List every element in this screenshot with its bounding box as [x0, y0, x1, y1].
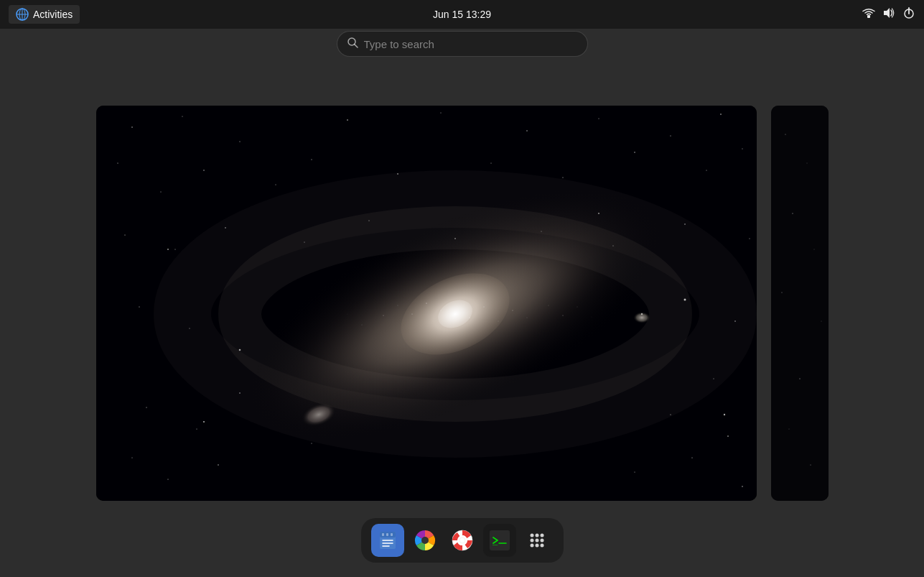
- svg-point-120: [535, 539, 538, 543]
- svg-point-78: [526, 317, 527, 318]
- svg-point-28: [562, 177, 563, 177]
- svg-rect-103: [382, 533, 384, 536]
- svg-point-85: [591, 316, 592, 317]
- svg-point-24: [275, 184, 276, 185]
- network-icon[interactable]: [862, 6, 875, 22]
- svg-marker-5: [884, 8, 890, 18]
- svg-point-29: [634, 152, 635, 152]
- terminal-icon: _: [488, 529, 511, 552]
- svg-point-91: [792, 213, 793, 213]
- svg-point-116: [530, 534, 533, 537]
- svg-point-122: [530, 544, 533, 548]
- svg-point-74: [469, 317, 470, 318]
- svg-point-13: [239, 141, 240, 142]
- svg-point-55: [691, 457, 692, 458]
- svg-point-18: [670, 135, 671, 136]
- svg-point-87: [347, 313, 347, 314]
- svg-point-83: [562, 315, 563, 315]
- svg-point-76: [498, 320, 498, 321]
- svg-point-118: [540, 534, 543, 537]
- svg-point-45: [146, 407, 146, 407]
- dock-item-color-picker[interactable]: [409, 524, 442, 557]
- svg-point-11: [131, 126, 132, 127]
- svg-point-71: [633, 312, 650, 323]
- svg-point-123: [535, 544, 538, 548]
- svg-point-17: [598, 118, 599, 119]
- activities-label: Activities: [33, 9, 73, 20]
- volume-icon[interactable]: [882, 6, 895, 22]
- svg-point-89: [785, 134, 785, 134]
- svg-point-53: [218, 464, 218, 465]
- svg-point-31: [124, 234, 125, 235]
- galaxy-image: [96, 106, 757, 501]
- activities-button[interactable]: Activities: [9, 5, 80, 24]
- svg-point-81: [383, 315, 383, 315]
- svg-point-22: [160, 191, 161, 192]
- svg-point-56: [742, 486, 742, 486]
- svg-point-23: [203, 170, 204, 170]
- svg-point-52: [167, 479, 168, 479]
- svg-point-54: [634, 471, 635, 472]
- svg-point-30: [706, 170, 706, 170]
- svg-point-90: [806, 162, 807, 163]
- svg-point-96: [788, 428, 789, 429]
- svg-point-111: [459, 537, 465, 543]
- svg-point-119: [530, 539, 533, 543]
- svg-point-107: [421, 537, 429, 544]
- right-workspace-window[interactable]: [771, 106, 829, 501]
- svg-point-32: [174, 249, 175, 249]
- main-workspace-window[interactable]: [96, 106, 757, 501]
- help-icon: [451, 529, 474, 552]
- svg-point-15: [440, 112, 441, 113]
- svg-point-117: [535, 534, 538, 537]
- svg-point-82: [548, 305, 549, 305]
- power-icon[interactable]: [902, 6, 915, 22]
- svg-point-41: [139, 306, 139, 307]
- workspace: [0, 29, 924, 577]
- svg-point-84: [577, 306, 577, 307]
- svg-point-40: [749, 238, 750, 239]
- globe-icon: [16, 8, 29, 21]
- dock-item-help[interactable]: [446, 524, 479, 557]
- svg-point-92: [813, 249, 814, 249]
- color-picker-icon: [414, 529, 437, 552]
- svg-point-61: [723, 413, 724, 415]
- svg-point-16: [526, 130, 527, 131]
- svg-point-73: [440, 310, 441, 310]
- svg-point-124: [540, 544, 543, 548]
- svg-point-19: [720, 114, 722, 115]
- svg-point-79: [411, 313, 412, 314]
- topbar: Activities Jun 15 13:29: [0, 0, 924, 29]
- svg-point-94: [821, 320, 821, 321]
- svg-rect-88: [771, 106, 829, 501]
- svg-point-75: [483, 306, 484, 307]
- datetime: Jun 15 13:29: [433, 9, 491, 20]
- dock-item-notes[interactable]: [371, 524, 404, 557]
- svg-point-14: [347, 119, 348, 121]
- dock: _: [361, 518, 564, 563]
- svg-point-95: [799, 378, 800, 379]
- system-icons-group: [862, 6, 915, 22]
- svg-point-86: [361, 324, 362, 325]
- svg-point-46: [196, 428, 197, 429]
- svg-point-48: [311, 443, 312, 443]
- svg-point-12: [182, 116, 182, 116]
- svg-point-97: [810, 464, 811, 465]
- dock-item-terminal[interactable]: _: [483, 524, 516, 557]
- notes-icon: [378, 530, 398, 550]
- svg-point-93: [781, 292, 782, 292]
- svg-rect-105: [391, 533, 393, 536]
- svg-point-50: [727, 435, 729, 437]
- dock-item-app-grid[interactable]: [521, 524, 554, 557]
- svg-point-62: [167, 249, 169, 250]
- svg-point-21: [117, 162, 118, 163]
- svg-point-77: [512, 310, 513, 310]
- svg-rect-104: [386, 533, 388, 536]
- svg-point-121: [540, 539, 543, 543]
- svg-rect-4: [867, 15, 870, 18]
- svg-point-27: [490, 162, 491, 163]
- app-grid-icon: [526, 529, 549, 552]
- right-workspace-image: [771, 106, 829, 501]
- svg-point-80: [397, 305, 398, 305]
- svg-point-25: [311, 159, 312, 160]
